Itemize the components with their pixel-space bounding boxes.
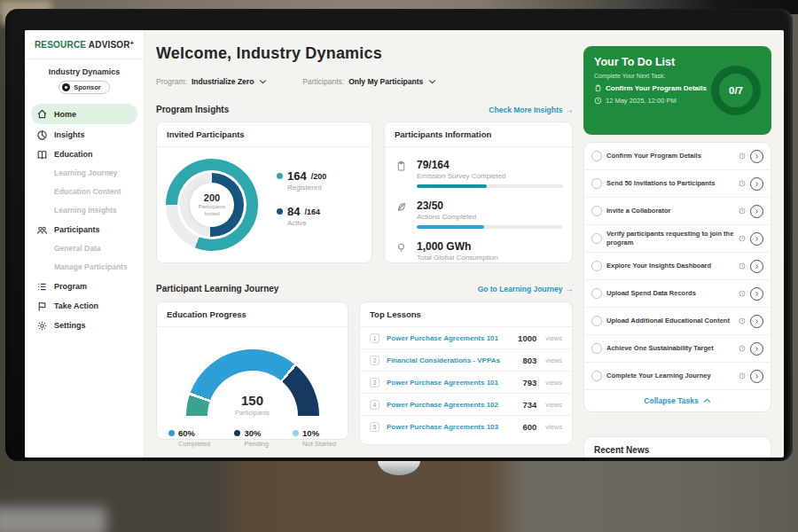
task-row-explore-insights[interactable]: Explore Your Insights Dashboard [584, 253, 771, 280]
lesson-link[interactable]: Financial Considerations - VPPAs [387, 356, 515, 364]
card-title: Top Lessons [360, 302, 572, 327]
task-checkbox[interactable] [591, 371, 602, 381]
task-row-invite-collaborator[interactable]: Invite a Collaborator [584, 198, 771, 225]
lesson-link[interactable]: Power Purchase Agreements 102 [387, 401, 515, 409]
invited-total: 200 [204, 192, 220, 203]
participants-filter-value: Only My Participants [348, 77, 423, 86]
sidebar-item-education[interactable]: Education [25, 145, 144, 164]
dashboard-screen: RESOURCE ADVISOR+ Industry Dynamics Spon… [25, 30, 784, 458]
task-checkbox[interactable] [591, 343, 602, 354]
lesson-link[interactable]: Power Purchase Agreements 103 [387, 423, 515, 431]
task-checkbox[interactable] [591, 261, 602, 271]
task-go-button[interactable] [750, 370, 763, 383]
task-go-button[interactable] [750, 287, 763, 301]
lesson-rank: 3 [370, 378, 379, 387]
lesson-row: 1 Power Purchase Agreements 101 1000view… [360, 327, 572, 349]
lesson-row: 3 Power Purchase Agreements 101 793views [360, 372, 572, 394]
sidebar-item-label: Program [54, 282, 87, 291]
lesson-link[interactable]: Power Purchase Agreements 101 [387, 334, 511, 342]
lesson-link[interactable]: Power Purchase Agreements 101 [387, 379, 515, 387]
education-progress-card: Education Progress 150 Participants 60% … [156, 301, 348, 440]
chevron-up-icon [703, 398, 711, 403]
task-checkbox[interactable] [591, 151, 602, 161]
sidebar-item-settings[interactable]: Settings [25, 316, 144, 335]
card-title: Participants Information [385, 122, 572, 147]
task-go-button[interactable] [750, 260, 763, 273]
program-filter[interactable]: Program: Industrialize Zero [156, 77, 267, 86]
task-row-send-invitations[interactable]: Send 50 Invitations to Participants [584, 170, 771, 198]
sidebar-item-general-data[interactable]: General Data [25, 239, 144, 258]
sidebar-item-insights[interactable]: Insights [25, 125, 144, 145]
sidebar: RESOURCE ADVISOR+ Industry Dynamics Spon… [25, 30, 145, 458]
participants-information-card: Participants Information 79/164 Emission… [384, 121, 573, 263]
task-checkbox[interactable] [591, 288, 602, 299]
sponsor-icon [62, 83, 70, 91]
task-checkbox[interactable] [591, 206, 602, 216]
sidebar-item-take-action[interactable]: Take Action [25, 296, 144, 316]
program-insights-header: Program Insights Check More Insights→ [156, 105, 573, 114]
task-row-verify-participants[interactable]: Verify participants requesting to join t… [584, 225, 771, 253]
clock-icon [739, 372, 746, 379]
account-block: Industry Dynamics Sponsor [25, 59, 144, 98]
flag-icon [36, 301, 48, 312]
task-row-upload-spend-data[interactable]: Upload Spend Data Records [584, 280, 771, 308]
brand-advisor: ADVISOR [89, 40, 130, 50]
task-checkbox[interactable] [591, 178, 602, 189]
sidebar-item-manage-participants[interactable]: Manage Participants [25, 258, 144, 277]
collapse-tasks-link[interactable]: Collapse Tasks [584, 390, 771, 411]
task-go-button[interactable] [750, 177, 763, 191]
arrow-right-icon: → [566, 285, 574, 293]
sponsor-badge[interactable]: Sponsor [59, 81, 109, 94]
filters-row: Program: Industrialize Zero Participants… [156, 77, 436, 86]
sidebar-item-learning-insights[interactable]: Learning Insights [25, 201, 144, 220]
invited-legend: 164/200 Registered 84/164 Active [277, 169, 326, 240]
program-filter-value: Industrialize Zero [192, 77, 254, 86]
check-more-insights-link[interactable]: Check More Insights→ [489, 106, 573, 114]
task-checkbox[interactable] [591, 316, 602, 326]
bulb-icon [395, 242, 407, 254]
top-lessons-card: Top Lessons 1 Power Purchase Agreements … [359, 301, 573, 445]
task-go-button[interactable] [750, 205, 763, 218]
sidebar-item-home[interactable]: Home [31, 104, 137, 124]
task-row-complete-learning-journey[interactable]: Complete Your Learning Journey [584, 363, 771, 390]
participants-filter[interactable]: Participants: Only My Participants [302, 77, 436, 86]
task-go-button[interactable] [750, 150, 763, 163]
brand-logo: RESOURCE ADVISOR+ [25, 40, 144, 59]
todo-progress-ring: 0/7 [711, 66, 761, 115]
legend-pending: 30% Pending [234, 428, 269, 448]
legend-not-started: 10% Not Started [293, 428, 336, 448]
invited-chart-body: 200 Participants Invited 164/200 Registe… [157, 147, 372, 262]
task-go-button[interactable] [750, 315, 763, 328]
sidebar-item-learning-journey[interactable]: Learning Journey [25, 164, 144, 183]
stat-actions-completed: 23/50 Actions Completed [385, 200, 572, 229]
card-title: Invited Participants [157, 122, 372, 147]
task-go-button[interactable] [750, 342, 763, 356]
account-name: Industry Dynamics [25, 67, 144, 76]
sidebar-item-label: Education [54, 150, 93, 159]
lesson-row: 4 Power Purchase Agreements 102 734views [360, 394, 572, 416]
people-icon [36, 224, 48, 236]
task-row-achieve-sustainability-target[interactable]: Achieve One Sustainability Target [584, 335, 771, 363]
lesson-rank: 2 [370, 356, 379, 365]
clock-icon [739, 317, 746, 325]
legend-completed: 60% Completed [168, 428, 210, 448]
clock-icon [739, 290, 746, 297]
task-go-button[interactable] [750, 232, 763, 246]
progress-track [417, 225, 563, 229]
task-checkbox[interactable] [591, 233, 602, 244]
sidebar-item-label: Participants [54, 225, 100, 234]
sponsor-label: Sponsor [74, 83, 100, 91]
sidebar-item-program[interactable]: Program [25, 277, 144, 296]
task-row-confirm-program[interactable]: Confirm Your Program Details [584, 143, 771, 170]
todo-hero-card: Your To Do List Complete Your Next Task:… [583, 46, 771, 135]
gauge-value: 150 [207, 393, 298, 408]
clock-icon [594, 97, 602, 105]
sidebar-item-education-content[interactable]: Education Content [25, 183, 144, 201]
clock-icon [739, 153, 746, 160]
task-row-upload-educational-content[interactable]: Upload Additional Educational Content [584, 308, 771, 335]
sidebar-item-participants[interactable]: Participants [25, 220, 144, 239]
gauge-label: Participants [207, 409, 298, 417]
legend-registered: 164/200 Registered [277, 169, 326, 192]
lesson-row: 2 Financial Considerations - VPPAs 803vi… [360, 349, 572, 372]
go-to-learning-journey-link[interactable]: Go to Learning Journey→ [478, 285, 573, 293]
